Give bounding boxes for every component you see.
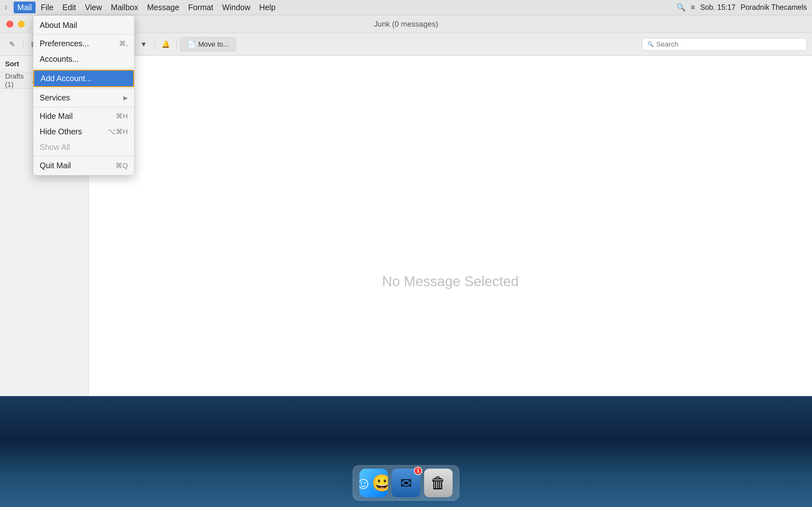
sidebar-sort-label: Sort <box>5 60 19 68</box>
menubar-item-format[interactable]: Format <box>184 2 217 13</box>
menu-item-preferences[interactable]: Preferences... ⌘, <box>33 36 134 51</box>
menu-item-hide-others[interactable]: Hide Others ⌥⌘H <box>33 124 134 139</box>
dock-item-finder[interactable]: 😀 <box>359 469 388 497</box>
menubar-clock: Sob. 15:17 <box>700 3 735 12</box>
close-button[interactable] <box>6 20 13 27</box>
no-message-selected: No Message Selected <box>382 274 519 289</box>
about-mail-label: About Mail <box>40 20 77 30</box>
notification-button[interactable]: 🔔 <box>159 38 172 51</box>
drafts-label: Drafts (1) <box>5 72 32 89</box>
menu-item-add-account[interactable]: Add Account... <box>33 70 134 87</box>
menu-item-hide-mail[interactable]: Hide Mail ⌘H <box>33 108 134 124</box>
menu-item-quit-mail[interactable]: Quit Mail ⌘Q <box>33 158 134 173</box>
move-to-label: Move to... <box>198 40 229 49</box>
quit-mail-shortcut: ⌘Q <box>115 162 128 170</box>
hide-others-label: Hide Others <box>40 127 82 136</box>
search-input[interactable] <box>656 40 802 49</box>
minimize-button[interactable] <box>18 20 25 27</box>
menu-item-about[interactable]: About Mail <box>33 17 134 33</box>
window-controls <box>6 20 25 27</box>
hide-mail-shortcut: ⌘H <box>116 112 128 120</box>
toolbar-separator-5 <box>176 40 177 49</box>
menubar-control-center-icon[interactable]: ≡ <box>691 3 695 12</box>
menu-separator-4 <box>33 107 134 107</box>
menubar-spotlight-icon[interactable]: 🔍 <box>676 3 686 12</box>
menu-item-accounts[interactable]: Accounts... <box>33 51 134 67</box>
menubar:  Mail File Edit View Mailbox Message Fo… <box>0 0 812 15</box>
move-to-button[interactable]: 📄 Move to... <box>181 38 236 51</box>
accounts-label: Accounts... <box>40 55 79 64</box>
window-title: Junk (0 messages) <box>374 20 438 29</box>
menubar-item-help[interactable]: Help <box>255 2 279 13</box>
services-label: Services <box>40 93 70 102</box>
menu-separator-2 <box>33 68 134 68</box>
menubar-item-view[interactable]: View <box>81 2 106 13</box>
show-all-label: Show All <box>40 143 70 152</box>
move-icon: 📄 <box>187 40 196 49</box>
apple-menu-icon[interactable]:  <box>5 4 7 11</box>
dropdown-menu: About Mail Preferences... ⌘, Accounts...… <box>33 15 135 176</box>
menu-separator-3 <box>33 89 134 89</box>
toolbar-separator-1 <box>23 40 23 49</box>
menubar-username: Poradnik Thecamels <box>741 3 807 12</box>
services-arrow-icon: ▶ <box>123 95 128 101</box>
search-bar: 🔍 <box>642 38 807 51</box>
add-account-label: Add Account... <box>41 74 92 83</box>
search-icon: 🔍 <box>647 41 654 47</box>
quit-mail-label: Quit Mail <box>40 161 71 170</box>
flag-dropdown-button[interactable]: ▼ <box>137 38 151 51</box>
menubar-items: Mail File Edit View Mailbox Message Form… <box>14 2 676 13</box>
menubar-item-mail[interactable]: Mail <box>14 2 36 13</box>
menu-item-services[interactable]: Services ▶ <box>33 90 134 106</box>
menubar-item-window[interactable]: Window <box>218 2 254 13</box>
menubar-item-file[interactable]: File <box>37 2 57 13</box>
preferences-label: Preferences... <box>40 39 89 48</box>
dock-item-trash[interactable]: 🗑 <box>424 469 453 497</box>
toolbar-separator-4 <box>154 40 155 49</box>
menu-separator-1 <box>33 34 134 35</box>
dock: 😀 ✉ 1 🗑 <box>353 465 459 501</box>
hide-others-shortcut: ⌥⌘H <box>108 128 128 136</box>
menubar-item-message[interactable]: Message <box>143 2 183 13</box>
menubar-item-mailbox[interactable]: Mailbox <box>107 2 142 13</box>
compose-button[interactable]: ✎ <box>5 38 19 51</box>
menubar-right: 🔍 ≡ Sob. 15:17 Poradnik Thecamels <box>676 3 807 12</box>
menu-item-show-all[interactable]: Show All <box>33 139 134 155</box>
hide-mail-label: Hide Mail <box>40 112 72 121</box>
mail-badge: 1 <box>414 467 422 475</box>
dock-item-mail[interactable]: ✉ 1 <box>392 469 420 497</box>
menubar-item-edit[interactable]: Edit <box>59 2 80 13</box>
menu-separator-5 <box>33 156 134 157</box>
preferences-shortcut: ⌘, <box>119 40 128 48</box>
